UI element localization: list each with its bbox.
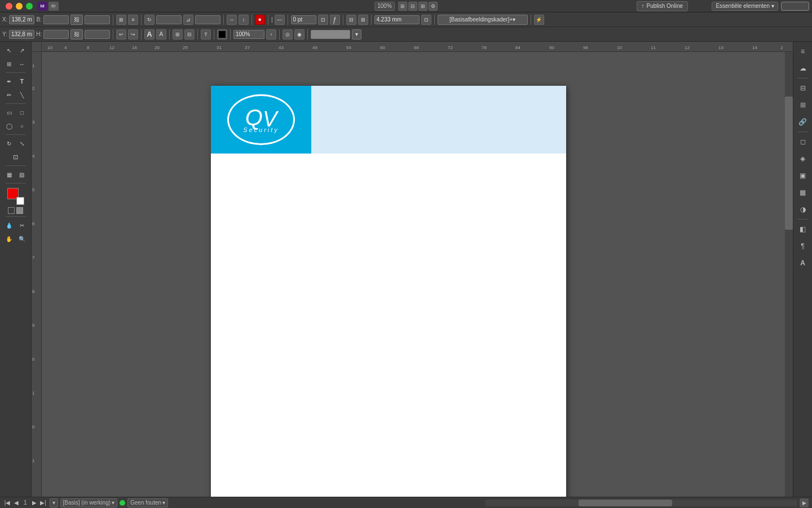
shear-icon[interactable]: ⊿ bbox=[183, 15, 193, 25]
zoom-inc-icon[interactable]: › bbox=[266, 29, 276, 40]
minimize-button[interactable] bbox=[16, 3, 23, 10]
free-transform-tool[interactable]: ⊡ bbox=[3, 151, 28, 163]
rotate-icon[interactable]: ↻ bbox=[144, 15, 155, 25]
paragraph-styles-btn[interactable]: ¶ bbox=[796, 239, 810, 253]
frame-dropdown[interactable]: [Basisafbeeldingskader]+ ▾ bbox=[438, 15, 528, 25]
char-size-dn-icon[interactable]: A bbox=[156, 29, 166, 40]
layers-btn[interactable]: ⊟ bbox=[796, 81, 810, 95]
stroke-width-input[interactable] bbox=[291, 15, 316, 24]
view-mode-icon[interactable]: ⊞ bbox=[398, 2, 407, 11]
page-options-btn[interactable]: ▾ bbox=[50, 498, 58, 507]
errors-dropdown[interactable]: Geen fouten ▾ bbox=[127, 498, 168, 507]
flip-h-icon[interactable]: ↔ bbox=[227, 15, 237, 25]
col-add-icon[interactable]: ⊞ bbox=[173, 29, 183, 40]
h-value-input[interactable] bbox=[43, 30, 69, 39]
scale-tool[interactable]: ⤡ bbox=[16, 137, 28, 150]
horizontal-scrollbar[interactable] bbox=[485, 500, 797, 506]
zoom-display[interactable]: 100% bbox=[374, 2, 395, 11]
redo-icon[interactable]: ↪ bbox=[128, 29, 138, 40]
prev-page-btn[interactable]: ◀ bbox=[12, 499, 20, 507]
stroke-btn[interactable]: ◻ bbox=[796, 134, 810, 149]
text-options-icon[interactable]: T bbox=[201, 29, 211, 40]
swatches-btn[interactable]: ▣ bbox=[796, 168, 810, 183]
horizontal-scrollbar-thumb[interactable] bbox=[579, 500, 672, 506]
zoom-input[interactable] bbox=[233, 30, 264, 39]
frame-rect-tool[interactable]: ▭ bbox=[3, 106, 16, 119]
character-styles-btn[interactable]: A bbox=[796, 256, 810, 270]
stroke-color-icon[interactable] bbox=[217, 29, 227, 40]
first-page-btn[interactable]: |◀ bbox=[3, 499, 11, 507]
normal-mode-btn[interactable] bbox=[8, 207, 15, 214]
preview-mode-btn[interactable] bbox=[16, 207, 23, 214]
selection-tool[interactable]: ↖ bbox=[3, 44, 16, 56]
properties-panel-btn[interactable]: ≡ bbox=[796, 44, 810, 59]
cols-icon[interactable]: ⊞ bbox=[358, 15, 368, 25]
page-tool[interactable]: ⊞ bbox=[3, 58, 16, 70]
layout-icon[interactable]: ⊞ bbox=[418, 2, 427, 11]
formula-icon[interactable]: ƒ bbox=[330, 15, 340, 25]
scroll-right-btn[interactable]: ▶ bbox=[800, 498, 809, 507]
publish-online-button[interactable]: ↑ Publish Online bbox=[637, 1, 688, 11]
angle-input[interactable] bbox=[156, 15, 182, 24]
direct-selection-tool[interactable]: ↗ bbox=[16, 44, 28, 56]
gradient-swatch-tool[interactable]: ▦ bbox=[3, 168, 16, 181]
gap-tool[interactable]: ↔ bbox=[16, 58, 28, 70]
undo-icon[interactable]: ↩ bbox=[116, 29, 126, 40]
gradient-feather-tool[interactable]: ▧ bbox=[16, 168, 28, 181]
maximize-button[interactable] bbox=[26, 3, 33, 10]
zoom-tool[interactable]: 🔍 bbox=[16, 233, 28, 245]
stroke-icon2[interactable]: ⊡ bbox=[318, 15, 328, 25]
rect-tool[interactable]: □ bbox=[16, 106, 28, 119]
window-controls[interactable] bbox=[6, 3, 33, 10]
shear-input[interactable] bbox=[195, 15, 220, 24]
align-icon[interactable]: ≡ bbox=[128, 15, 138, 25]
pen-tool[interactable]: ✒ bbox=[3, 75, 16, 87]
scissors-tool[interactable]: ✂ bbox=[16, 219, 28, 231]
links-btn[interactable]: 🔗 bbox=[796, 115, 810, 129]
b2-value-input[interactable] bbox=[85, 15, 110, 24]
type-tool[interactable]: T bbox=[16, 75, 28, 87]
ellipse-tool[interactable]: ○ bbox=[16, 120, 28, 132]
canvas-main[interactable]: Q V Security bbox=[42, 52, 793, 497]
stroke-swatch-tool[interactable] bbox=[16, 197, 24, 205]
lightning-icon[interactable]: ⚡ bbox=[534, 15, 544, 25]
constrain-btn[interactable]: ⛓ bbox=[70, 15, 83, 25]
dim-unit-icon[interactable]: ⊡ bbox=[421, 15, 431, 25]
h2-value-input[interactable] bbox=[85, 30, 110, 39]
arrange-icon[interactable]: ⊟ bbox=[408, 2, 417, 11]
text-wrap-icon[interactable]: ⊟ bbox=[346, 15, 356, 25]
pages-btn[interactable]: ⊞ bbox=[796, 98, 810, 112]
effects-btn[interactable]: ◑ bbox=[796, 202, 810, 217]
ellipse-frame-tool[interactable]: ◯ bbox=[3, 120, 16, 132]
transform-icon[interactable]: ⊞ bbox=[116, 15, 126, 25]
cc-libraries-btn[interactable]: ☁ bbox=[796, 61, 810, 76]
preview2-icon[interactable]: ◉ bbox=[294, 29, 304, 40]
eyedropper-tool[interactable]: 💧 bbox=[3, 219, 16, 231]
constrain2-btn[interactable]: ⛓ bbox=[70, 29, 83, 40]
dimension-input[interactable] bbox=[374, 15, 420, 24]
gradient-btn[interactable]: ▦ bbox=[796, 185, 810, 200]
object-styles-btn[interactable]: ◧ bbox=[796, 222, 810, 237]
stroke-type-icon[interactable]: — bbox=[275, 15, 285, 25]
x-value-input[interactable] bbox=[9, 15, 34, 24]
fill-icon[interactable]: ■ bbox=[255, 15, 265, 25]
color-dropdown[interactable]: ▾ bbox=[352, 29, 361, 40]
y-value-input[interactable] bbox=[9, 30, 34, 39]
vertical-scrollbar[interactable] bbox=[785, 52, 793, 497]
line-tool[interactable]: ╲ bbox=[16, 89, 28, 101]
tools-icon[interactable]: ⚙ bbox=[429, 2, 438, 11]
color-btn[interactable]: ◈ bbox=[796, 151, 810, 166]
pencil-tool[interactable]: ✏ bbox=[3, 89, 16, 101]
rotate-tool[interactable]: ↻ bbox=[3, 137, 16, 150]
hand-tool[interactable]: ✋ bbox=[3, 233, 16, 245]
layer-dropdown[interactable]: [Basis] (in werking) ▾ bbox=[60, 498, 117, 507]
flip-v-icon[interactable]: ↕ bbox=[239, 15, 249, 25]
char-size-up-icon[interactable]: A bbox=[144, 29, 155, 40]
color-input[interactable] bbox=[311, 30, 350, 39]
search-input[interactable] bbox=[781, 2, 809, 11]
vertical-scrollbar-thumb[interactable] bbox=[785, 97, 793, 230]
last-page-btn[interactable]: ▶| bbox=[39, 499, 47, 507]
preview-icon[interactable]: ◎ bbox=[283, 29, 293, 40]
col-del-icon[interactable]: ⊟ bbox=[184, 29, 195, 40]
b-value-input[interactable] bbox=[43, 15, 69, 24]
